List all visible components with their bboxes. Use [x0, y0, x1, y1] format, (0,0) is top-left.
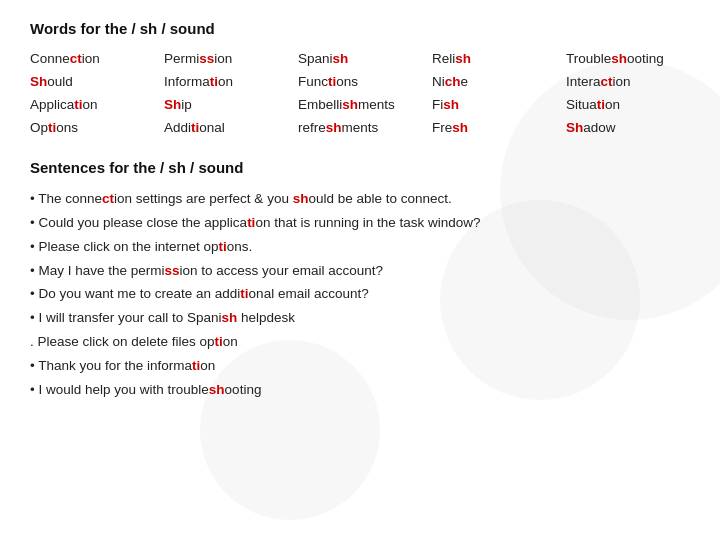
sh-highlight: ti	[74, 97, 82, 112]
sentence-item: . Please click on delete files option	[30, 331, 690, 354]
word-item: Additional	[164, 118, 288, 139]
word-item: Niche	[432, 72, 556, 93]
sentence-item: • Please click on the internet options.	[30, 236, 690, 259]
sh-highlight: ti	[48, 120, 56, 135]
word-item: Relish	[432, 49, 556, 70]
word-item: Connection	[30, 49, 154, 70]
word-item: Permission	[164, 49, 288, 70]
word-item: Shadow	[566, 118, 690, 139]
sh-highlight: ti	[191, 120, 199, 135]
word-item: Functions	[298, 72, 422, 93]
sentence-item: • I would help you with troubleshooting	[30, 379, 690, 402]
sh-highlight: ti	[597, 97, 605, 112]
sentence-item: • Thank you for the information	[30, 355, 690, 378]
sentences-container: • The connection settings are perfect & …	[30, 188, 690, 402]
word-item: Fish	[432, 95, 556, 116]
word-item: Application	[30, 95, 154, 116]
sh-highlight: Sh	[164, 97, 181, 112]
sh-highlight: sh	[342, 97, 358, 112]
main-content: Words for the / sh / sound ConnectionSho…	[0, 0, 720, 423]
sh-highlight: ti	[210, 74, 218, 89]
sentence-item: • The connection settings are perfect & …	[30, 188, 690, 211]
sh-highlight: ch	[445, 74, 461, 89]
sh-highlight: Sh	[30, 74, 47, 89]
sentences-section-title: Sentences for the / sh / sound	[30, 159, 690, 176]
word-column-4: TroubleshootingInteractionSituationShado…	[566, 49, 690, 139]
sh-highlight: ct	[70, 51, 82, 66]
sh-highlight: Sh	[566, 120, 583, 135]
sentence-item: • Do you want me to create an additional…	[30, 283, 690, 306]
sh-highlight: sh	[452, 120, 468, 135]
word-column-3: RelishNicheFishFresh	[432, 49, 556, 139]
word-item: Options	[30, 118, 154, 139]
word-item: refreshments	[298, 118, 422, 139]
word-item: Embellishments	[298, 95, 422, 116]
word-column-1: PermissionInformationShipAdditional	[164, 49, 288, 139]
sh-highlight: ss	[199, 51, 214, 66]
sentence-item: • Could you please close the application…	[30, 212, 690, 235]
word-item: Ship	[164, 95, 288, 116]
sentence-item: • May I have the permission to access yo…	[30, 260, 690, 283]
word-item: Information	[164, 72, 288, 93]
words-grid: ConnectionShouldApplicationOptionsPermis…	[30, 49, 690, 139]
sh-highlight: sh	[455, 51, 471, 66]
sh-highlight: sh	[443, 97, 459, 112]
word-item: Should	[30, 72, 154, 93]
sh-highlight: sh	[333, 51, 349, 66]
sentence-item: • I will transfer your call to Spanish h…	[30, 307, 690, 330]
word-item: Interaction	[566, 72, 690, 93]
sh-highlight: ti	[328, 74, 336, 89]
word-item: Troubleshooting	[566, 49, 690, 70]
word-item: Situation	[566, 95, 690, 116]
word-column-0: ConnectionShouldApplicationOptions	[30, 49, 154, 139]
sh-highlight: sh	[326, 120, 342, 135]
word-column-2: SpanishFunctionsEmbellishmentsrefreshmen…	[298, 49, 422, 139]
sh-highlight: ct	[601, 74, 613, 89]
words-section-title: Words for the / sh / sound	[30, 20, 690, 37]
sh-highlight: sh	[611, 51, 627, 66]
word-item: Spanish	[298, 49, 422, 70]
word-item: Fresh	[432, 118, 556, 139]
